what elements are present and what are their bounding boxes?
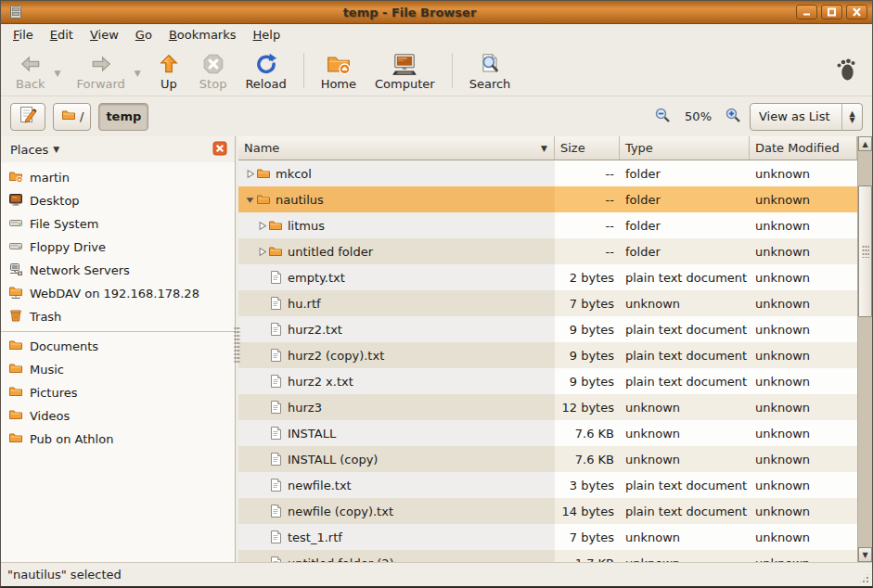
thumb-grip-icon [862, 245, 869, 258]
menu-item-go[interactable]: Go [127, 26, 160, 44]
table-row[interactable]: hurz2.txt9 bytesplain text documentunkno… [238, 316, 857, 342]
minimize-button[interactable] [796, 5, 817, 19]
menu-item-file[interactable]: File [5, 26, 42, 44]
view-mode-value: View as List [751, 109, 841, 123]
sidebar-close-button[interactable] [212, 141, 227, 159]
table-row[interactable]: litmus--folderunknown [238, 212, 857, 238]
sidebar-item-martin[interactable]: martin [1, 166, 235, 189]
name-cell: hurz2 (copy).txt [238, 342, 555, 368]
folder-icon [60, 108, 77, 125]
type-cell: plain text document [620, 472, 750, 498]
folder-icon [256, 166, 271, 181]
size-cell: 3 bytes [555, 472, 620, 498]
home-button[interactable]: Home [312, 49, 366, 93]
name-cell: hurz2 x.txt [238, 368, 555, 394]
toolbar-button-label: Computer [375, 77, 435, 91]
size-cell: 14 bytes [555, 498, 620, 524]
sidebar-item-music[interactable]: Music [1, 358, 235, 381]
column-header-name[interactable]: Name ▼ [238, 136, 555, 160]
sidebar-item-webdav-on-192-168-178-28[interactable]: WebDAV on 192.168.178.28 [1, 282, 235, 305]
file-size: 3 bytes [570, 479, 614, 492]
name-cell: INSTALL (copy) [238, 446, 555, 472]
column-header-date-modified[interactable]: Date Modified [750, 136, 857, 160]
sidebar-item-videos[interactable]: Videos [1, 404, 235, 428]
folder-icon [8, 384, 23, 402]
table-row[interactable]: nautilus--folderunknown [238, 186, 857, 212]
scrollbar-trough[interactable] [858, 151, 872, 547]
file-name: hurz2 (copy).txt [288, 349, 384, 363]
file-type: unknown [625, 453, 680, 467]
view-mode-select[interactable]: View as List ▲▼ [750, 103, 863, 131]
search-button[interactable]: Search [460, 49, 520, 93]
type-cell: plain text document [620, 342, 750, 368]
table-row[interactable]: mkcol--folderunknown [238, 160, 857, 186]
toggle-location-entry-button[interactable] [10, 103, 45, 131]
text-file-icon [268, 530, 283, 544]
pane-splitter[interactable] [236, 136, 238, 562]
expander-collapsed-icon[interactable] [256, 247, 268, 257]
table-row[interactable]: INSTALL (copy)7.6 KBunknownunknown [238, 446, 857, 472]
expander-collapsed-icon[interactable] [256, 221, 268, 231]
table-row[interactable]: INSTALL7.6 KBunknownunknown [238, 420, 857, 446]
sidebar-item-trash[interactable]: Trash [1, 305, 235, 328]
file-date: unknown [755, 349, 810, 363]
table-row[interactable]: hu.rtf7 bytesunknownunknown [238, 290, 857, 316]
up-button[interactable]: Up [148, 49, 190, 93]
zoom-out-button[interactable] [654, 107, 672, 127]
size-cell: 7 bytes [555, 290, 620, 316]
sidebar-item-label: Pub on Athlon [30, 432, 113, 446]
table-row[interactable]: newfile.txt3 bytesplain text documentunk… [238, 472, 857, 498]
date-cell: unknown [750, 524, 857, 550]
computer-button[interactable]: Computer [366, 49, 444, 93]
menu-item-view[interactable]: View [82, 26, 127, 44]
scroll-down-button[interactable]: ▼ [858, 547, 872, 562]
column-header-size[interactable]: Size [555, 136, 620, 160]
sidebar-item-file-system[interactable]: File System [1, 212, 235, 236]
folder-icon [8, 430, 23, 448]
sidebar-item-label: File System [30, 217, 98, 231]
file-date: unknown [755, 505, 810, 518]
folder-icon [268, 244, 283, 259]
sidebar-item-pub-on-athlon[interactable]: Pub on Athlon [1, 428, 235, 451]
date-cell: unknown [750, 186, 857, 212]
reload-button[interactable]: Reload [236, 49, 295, 93]
table-row[interactable]: hurz312 bytesunknownunknown [238, 394, 857, 420]
sidebar-item-network-servers[interactable]: Network Servers [1, 259, 235, 282]
path-current-button[interactable]: temp [98, 103, 148, 131]
scrollbar-thumb[interactable] [858, 185, 872, 317]
sidebar-item-floppy-drive[interactable]: Floppy Drive [1, 236, 235, 259]
sidebar-title-dropdown[interactable]: Places [10, 143, 48, 157]
forward-button: Forward [68, 49, 135, 93]
expander-collapsed-icon[interactable] [244, 169, 256, 179]
type-cell: folder [620, 160, 750, 186]
sidebar-item-pictures[interactable]: Pictures [1, 381, 235, 404]
computer-icon [392, 52, 417, 76]
menu-item-edit[interactable]: Edit [42, 26, 82, 44]
table-row[interactable]: newfile (copy).txt14 bytesplain text doc… [238, 498, 857, 524]
table-row[interactable]: hurz2 (copy).txt9 bytesplain text docume… [238, 342, 857, 368]
zoom-in-button[interactable] [725, 107, 742, 127]
menu-item-help[interactable]: Help [245, 26, 289, 44]
table-row[interactable]: test_1.rtf7 bytesunknownunknown [238, 524, 857, 550]
table-row[interactable]: empty.txt2 bytesplain text documentunkno… [238, 264, 857, 290]
maximize-button[interactable] [821, 5, 842, 19]
sidebar-item-documents[interactable]: Documents [1, 335, 235, 358]
table-row[interactable]: hurz2 x.txt9 bytesplain text documentunk… [238, 368, 857, 394]
location-bar: / temp 50% View as List ▲▼ [1, 96, 872, 136]
menu-item-bookmarks[interactable]: Bookmarks [160, 26, 245, 44]
titlebar[interactable]: temp - File Browser [1, 1, 872, 24]
sidebar-item-desktop[interactable]: Desktop [1, 189, 235, 212]
table-row[interactable]: untitled folder--folderunknown [238, 238, 857, 264]
expander-expanded-icon[interactable] [244, 195, 256, 205]
splitter-grip-icon [234, 326, 240, 364]
toolbar-button-label: Home [321, 77, 356, 91]
toolbar-button-label: Back [16, 77, 45, 91]
window-resize-grip[interactable] [858, 572, 870, 584]
path-root-button[interactable]: / [53, 103, 91, 131]
type-cell: folder [620, 212, 750, 238]
table-row[interactable]: untitled folder (2)1.7 KBunknownunknown [238, 550, 857, 562]
file-date: unknown [755, 297, 810, 311]
scroll-up-button[interactable]: ▲ [858, 136, 872, 151]
column-header-type[interactable]: Type [620, 136, 750, 160]
close-button[interactable] [846, 5, 867, 19]
